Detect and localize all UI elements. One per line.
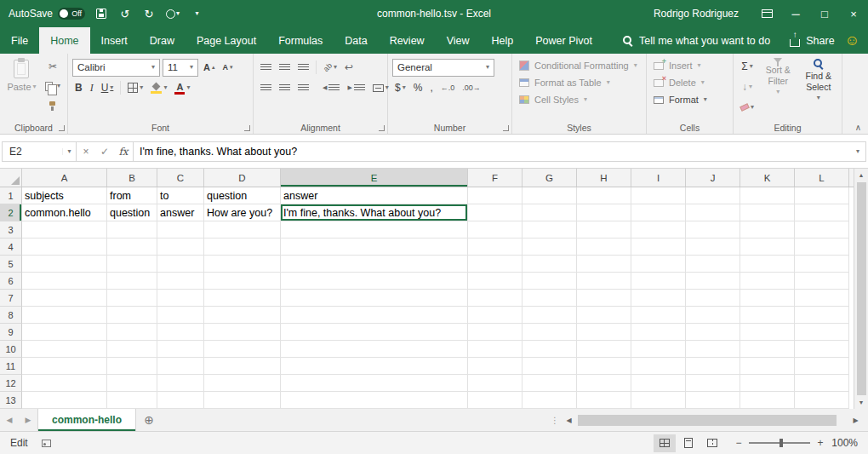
cell-F10[interactable] [468, 341, 523, 358]
touch-mode-button[interactable]: ▾ [165, 5, 180, 22]
font-family-select[interactable]: Calibri ▾ [72, 59, 160, 77]
cell-A7[interactable] [22, 290, 107, 307]
cell-F5[interactable] [468, 256, 523, 273]
cell-J11[interactable] [686, 358, 740, 375]
scroll-up-icon[interactable]: ▲ [854, 169, 868, 181]
zoom-level[interactable]: 100% [829, 437, 868, 449]
row-header-10[interactable]: 10 [0, 341, 22, 358]
cell-K5[interactable] [740, 256, 795, 273]
cell-B10[interactable] [107, 341, 157, 358]
cell-A6[interactable] [22, 273, 107, 290]
cell-F3[interactable] [468, 221, 523, 238]
user-name[interactable]: Rodrigo Rodriguez [654, 8, 739, 20]
cell-D4[interactable] [204, 238, 281, 256]
percent-style-button[interactable]: % [411, 78, 425, 97]
row-header-8[interactable]: 8 [0, 307, 22, 324]
cell-E2[interactable]: I'm fine, thanks. What about you? [281, 204, 468, 221]
zoom-out-button[interactable]: − [730, 437, 747, 449]
cell-L3[interactable] [795, 221, 849, 238]
cell-G2[interactable] [523, 204, 577, 221]
cell-C10[interactable] [157, 341, 204, 358]
cell-G9[interactable] [523, 324, 577, 341]
cell-E11[interactable] [281, 358, 468, 375]
cell-B7[interactable] [107, 290, 157, 307]
cell-L1[interactable] [795, 187, 849, 204]
vertical-scroll-thumb[interactable] [857, 182, 866, 395]
cell-B13[interactable] [107, 392, 157, 409]
cell-L9[interactable] [795, 324, 849, 341]
column-header-A[interactable]: A [22, 169, 107, 187]
cell-J12[interactable] [686, 375, 740, 392]
column-header-J[interactable]: J [686, 169, 740, 187]
cell-A9[interactable] [22, 324, 107, 341]
cell-C9[interactable] [157, 324, 204, 341]
wrap-text-button[interactable]: ↩ [342, 58, 356, 77]
cell-E7[interactable] [281, 290, 468, 307]
cell-F8[interactable] [468, 307, 523, 324]
bold-button[interactable]: B [72, 78, 85, 97]
cell-F1[interactable] [468, 187, 523, 204]
cell-J3[interactable] [686, 221, 740, 238]
cell-L10[interactable] [795, 341, 849, 358]
tab-help[interactable]: Help [481, 27, 525, 54]
cell-B8[interactable] [107, 307, 157, 324]
row-header-11[interactable]: 11 [0, 358, 22, 375]
cell-L6[interactable] [795, 273, 849, 290]
row-header-7[interactable]: 7 [0, 290, 22, 307]
normal-view-button[interactable] [654, 434, 676, 452]
cell-B11[interactable] [107, 358, 157, 375]
cell-C5[interactable] [157, 256, 204, 273]
decrease-indent-button[interactable]: ◀ [320, 78, 342, 97]
cell-H4[interactable] [577, 238, 631, 256]
sheet-tab-common-hello[interactable]: common-hello [37, 409, 136, 431]
cell-C7[interactable] [157, 290, 204, 307]
cell-F2[interactable] [468, 204, 523, 221]
cell-H5[interactable] [577, 256, 631, 273]
cell-C13[interactable] [157, 392, 204, 409]
cell-E13[interactable] [281, 392, 468, 409]
cell-G11[interactable] [523, 358, 577, 375]
increase-font-size-button[interactable]: A▴ [201, 58, 217, 77]
cell-A8[interactable] [22, 307, 107, 324]
format-cells-button[interactable]: Format ▾ [651, 91, 728, 108]
cell-G13[interactable] [523, 392, 577, 409]
cell-D2[interactable]: How are you? [204, 204, 281, 221]
align-bottom-button[interactable] [295, 58, 311, 77]
previous-sheet-button[interactable]: ◀ [0, 409, 19, 431]
cell-E8[interactable] [281, 307, 468, 324]
cell-I6[interactable] [631, 273, 686, 290]
cell-B5[interactable] [107, 256, 157, 273]
cell-H1[interactable] [577, 187, 631, 204]
cell-B6[interactable] [107, 273, 157, 290]
cell-H12[interactable] [577, 375, 631, 392]
tab-draw[interactable]: Draw [139, 27, 186, 54]
expand-formula-bar-icon[interactable]: ▾ [856, 147, 859, 155]
cell-L5[interactable] [795, 256, 849, 273]
cell-G3[interactable] [523, 221, 577, 238]
cell-L8[interactable] [795, 307, 849, 324]
row-header-3[interactable]: 3 [0, 221, 22, 238]
cell-B4[interactable] [107, 238, 157, 256]
row-header-9[interactable]: 9 [0, 324, 22, 341]
cell-I8[interactable] [631, 307, 686, 324]
share-button[interactable]: Share [779, 27, 844, 54]
row-header-1[interactable]: 1 [0, 187, 22, 204]
cell-J7[interactable] [686, 290, 740, 307]
cell-D8[interactable] [204, 307, 281, 324]
cell-D6[interactable] [204, 273, 281, 290]
find-select-button[interactable]: Find & Select ▾ [800, 57, 837, 117]
cell-C4[interactable] [157, 238, 204, 256]
cell-E12[interactable] [281, 375, 468, 392]
autosum-button[interactable]: Σ▾ [738, 57, 757, 76]
cell-A4[interactable] [22, 238, 107, 256]
accounting-format-button[interactable]: $▾ [392, 78, 408, 97]
maximize-button[interactable]: □ [810, 0, 839, 27]
select-all-corner[interactable] [0, 169, 22, 187]
zoom-slider-thumb[interactable] [779, 439, 783, 447]
cell-H6[interactable] [577, 273, 631, 290]
cell-J13[interactable] [686, 392, 740, 409]
autosave-pill[interactable]: Off [58, 8, 85, 20]
new-sheet-button[interactable]: ⊕ [136, 409, 162, 431]
insert-function-button[interactable]: fx [114, 146, 133, 158]
cell-K10[interactable] [740, 341, 795, 358]
